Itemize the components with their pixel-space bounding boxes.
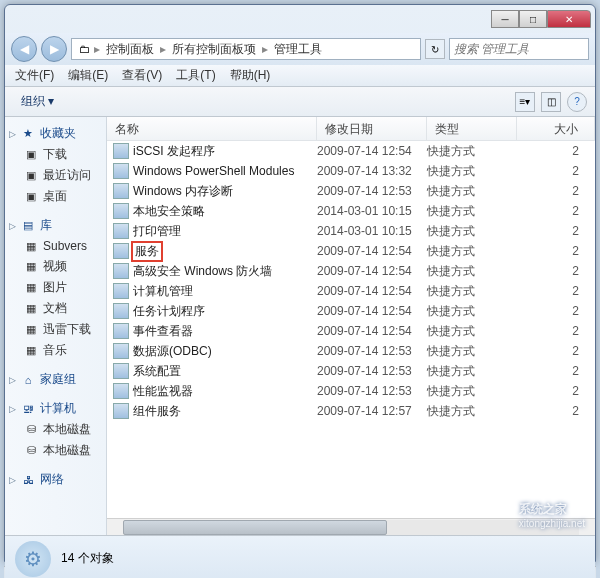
file-row[interactable]: 组件服务 2009-07-14 12:57 快捷方式 2: [107, 401, 595, 421]
file-row[interactable]: 系统配置 2009-07-14 12:53 快捷方式 2: [107, 361, 595, 381]
horizontal-scrollbar[interactable]: [107, 518, 595, 535]
breadcrumb-item[interactable]: 管理工具: [270, 41, 326, 58]
sidebar-item[interactable]: ⛁本地磁盘: [5, 419, 106, 440]
menu-tools[interactable]: 工具(T): [170, 65, 221, 86]
shortcut-icon: [113, 223, 129, 239]
scrollbar-thumb[interactable]: [123, 520, 387, 535]
refresh-button[interactable]: ↻: [425, 39, 445, 59]
sidebar-item-label: 最近访问: [43, 167, 91, 184]
file-type: 快捷方式: [427, 303, 517, 320]
col-type[interactable]: 类型: [427, 117, 517, 140]
file-type: 快捷方式: [427, 223, 517, 240]
sidebar-item-icon: ⛁: [23, 443, 39, 459]
file-type: 快捷方式: [427, 183, 517, 200]
sidebar-item[interactable]: ▣最近访问: [5, 165, 106, 186]
sidebar-item-icon: ▦: [23, 343, 39, 359]
sidebar-item[interactable]: ▦Subvers: [5, 236, 106, 256]
sidebar-label: 收藏夹: [40, 125, 76, 142]
col-size[interactable]: 大小: [517, 117, 595, 140]
sidebar-item-icon: ▣: [23, 147, 39, 163]
object-count: 14 个对象: [61, 550, 114, 567]
chevron-icon: ▷: [9, 375, 16, 385]
sidebar-network[interactable]: ▷🖧网络: [5, 469, 106, 490]
sidebar-computer-icon: 🖳: [20, 401, 36, 417]
shortcut-icon: [113, 383, 129, 399]
file-type: 快捷方式: [427, 203, 517, 220]
file-type: 快捷方式: [427, 143, 517, 160]
explorer-window: ─ □ ✕ ◀ ▶ 🗀 ▸ 控制面板 ▸ 所有控制面板项 ▸ 管理工具 ↻ 文件…: [4, 4, 596, 562]
shortcut-icon: [113, 183, 129, 199]
file-size: 2: [517, 384, 595, 398]
sidebar-item-label: 本地磁盘: [43, 421, 91, 438]
shortcut-icon: [113, 143, 129, 159]
search-input[interactable]: [454, 42, 584, 56]
file-size: 2: [517, 224, 595, 238]
organize-button[interactable]: 组织 ▾: [13, 90, 62, 113]
sidebar-item-icon: ▣: [23, 168, 39, 184]
file-row[interactable]: 事件查看器 2009-07-14 12:54 快捷方式 2: [107, 321, 595, 341]
sidebar-item-icon: ▦: [23, 280, 39, 296]
file-name: 任务计划程序: [133, 303, 205, 320]
file-type: 快捷方式: [427, 363, 517, 380]
menu-help[interactable]: 帮助(H): [224, 65, 277, 86]
menu-edit[interactable]: 编辑(E): [62, 65, 114, 86]
file-name: 高级安全 Windows 防火墙: [133, 263, 272, 280]
file-type: 快捷方式: [427, 383, 517, 400]
close-button[interactable]: ✕: [547, 10, 591, 28]
sidebar-item[interactable]: ▦文档: [5, 298, 106, 319]
back-button[interactable]: ◀: [11, 36, 37, 62]
shortcut-icon: [113, 163, 129, 179]
sidebar-item[interactable]: ▦图片: [5, 277, 106, 298]
sidebar-item-label: 迅雷下载: [43, 321, 91, 338]
sidebar-homegroup[interactable]: ▷⌂家庭组: [5, 369, 106, 390]
sidebar-computer[interactable]: ▷🖳计算机: [5, 398, 106, 419]
view-options-button[interactable]: ≡▾: [515, 92, 535, 112]
file-type: 快捷方式: [427, 283, 517, 300]
sidebar-item[interactable]: ▦迅雷下载: [5, 319, 106, 340]
search-box[interactable]: [449, 38, 589, 60]
breadcrumb-item[interactable]: 所有控制面板项: [168, 41, 260, 58]
file-row[interactable]: 计算机管理 2009-07-14 12:54 快捷方式 2: [107, 281, 595, 301]
file-row[interactable]: 任务计划程序 2009-07-14 12:54 快捷方式 2: [107, 301, 595, 321]
col-name[interactable]: 名称: [107, 117, 317, 140]
sidebar: ▷★收藏夹▣下载▣最近访问▣桌面▷▤库▦Subvers▦视频▦图片▦文档▦迅雷下…: [5, 117, 107, 535]
file-row[interactable]: 数据源(ODBC) 2009-07-14 12:53 快捷方式 2: [107, 341, 595, 361]
sidebar-favorites[interactable]: ▷★收藏夹: [5, 123, 106, 144]
col-date[interactable]: 修改日期: [317, 117, 427, 140]
file-date: 2009-07-14 12:54: [317, 264, 427, 278]
sidebar-item[interactable]: ▦音乐: [5, 340, 106, 361]
file-row[interactable]: Windows PowerShell Modules 2009-07-14 13…: [107, 161, 595, 181]
file-row[interactable]: iSCSI 发起程序 2009-07-14 12:54 快捷方式 2: [107, 141, 595, 161]
file-size: 2: [517, 344, 595, 358]
sidebar-item[interactable]: ▣桌面: [5, 186, 106, 207]
menubar: 文件(F) 编辑(E) 查看(V) 工具(T) 帮助(H): [5, 65, 595, 87]
sidebar-item[interactable]: ▣下载: [5, 144, 106, 165]
menu-file[interactable]: 文件(F): [9, 65, 60, 86]
sidebar-item[interactable]: ⛁本地磁盘: [5, 440, 106, 461]
file-size: 2: [517, 284, 595, 298]
maximize-button[interactable]: □: [519, 10, 547, 28]
sidebar-item-label: 下载: [43, 146, 67, 163]
column-headers: 名称 修改日期 类型 大小: [107, 117, 595, 141]
help-button[interactable]: ?: [567, 92, 587, 112]
file-row[interactable]: 服务 2009-07-14 12:54 快捷方式 2: [107, 241, 595, 261]
file-row[interactable]: 高级安全 Windows 防火墙 2009-07-14 12:54 快捷方式 2: [107, 261, 595, 281]
file-row[interactable]: Windows 内存诊断 2009-07-14 12:53 快捷方式 2: [107, 181, 595, 201]
file-row[interactable]: 打印管理 2014-03-01 10:15 快捷方式 2: [107, 221, 595, 241]
preview-pane-button[interactable]: ◫: [541, 92, 561, 112]
breadcrumb[interactable]: 🗀 ▸ 控制面板 ▸ 所有控制面板项 ▸ 管理工具: [71, 38, 421, 60]
file-row[interactable]: 性能监视器 2009-07-14 12:53 快捷方式 2: [107, 381, 595, 401]
minimize-button[interactable]: ─: [491, 10, 519, 28]
file-row[interactable]: 本地安全策略 2014-03-01 10:15 快捷方式 2: [107, 201, 595, 221]
file-name: 性能监视器: [133, 383, 193, 400]
file-name: iSCSI 发起程序: [133, 143, 215, 160]
sidebar-item[interactable]: ▦视频: [5, 256, 106, 277]
chevron-icon: ▷: [9, 404, 16, 414]
sidebar-libraries-icon: ▤: [20, 218, 36, 234]
sidebar-libraries[interactable]: ▷▤库: [5, 215, 106, 236]
menu-view[interactable]: 查看(V): [116, 65, 168, 86]
breadcrumb-item[interactable]: 控制面板: [102, 41, 158, 58]
forward-button[interactable]: ▶: [41, 36, 67, 62]
shortcut-icon: [113, 203, 129, 219]
sidebar-item-label: 图片: [43, 279, 67, 296]
